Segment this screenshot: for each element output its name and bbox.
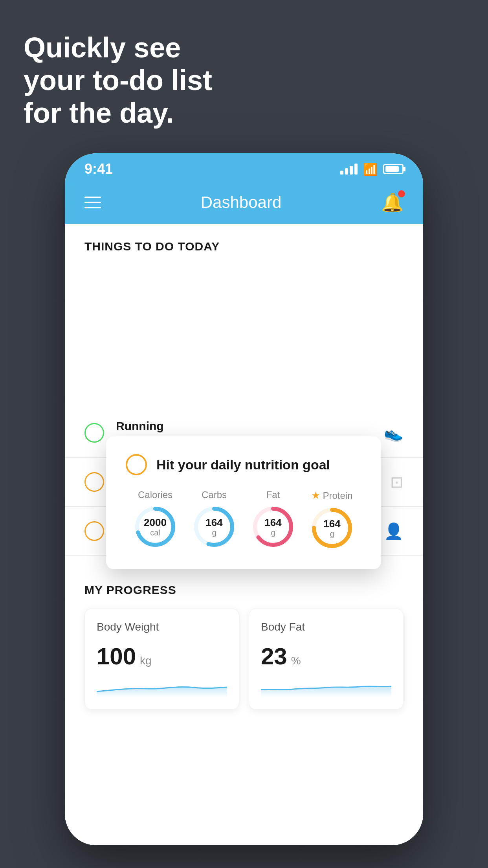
body-weight-value-row: 100 kg <box>97 643 227 670</box>
section-header: THINGS TO DO TODAY <box>65 224 423 261</box>
body-fat-value: 23 <box>261 643 287 670</box>
carbs-label: Carbs <box>202 489 227 500</box>
body-weight-value: 100 <box>97 643 136 670</box>
nutrition-card[interactable]: Hit your daily nutrition goal Calories 2… <box>106 436 381 569</box>
star-icon: ★ <box>311 489 320 502</box>
protein-label: Protein <box>323 490 352 501</box>
progress-header: MY PROGRESS <box>84 583 404 597</box>
body-weight-chart <box>97 678 227 697</box>
body-fat-card-title: Body Fat <box>261 621 391 633</box>
notification-button[interactable]: 🔔 <box>381 192 404 213</box>
wifi-icon: 📶 <box>363 162 378 176</box>
macro-protein: ★ Protein 164 g <box>310 489 354 550</box>
headline-line1: Quickly see <box>24 32 181 63</box>
calories-label: Calories <box>138 489 172 500</box>
body-fat-value-row: 23 % <box>261 643 391 670</box>
body-fat-chart <box>261 678 391 697</box>
nav-title: Dashboard <box>201 193 281 212</box>
nav-bar: Dashboard 🔔 <box>65 185 423 224</box>
fat-label: Fat <box>266 489 280 500</box>
protein-circle: 164 g <box>310 506 354 550</box>
progress-section: MY PROGRESS Body Weight 100 kg <box>65 564 423 729</box>
progress-cards: Body Weight 100 kg <box>84 609 404 710</box>
body-fat-unit: % <box>291 655 301 667</box>
photos-icon: 👤 <box>384 522 404 541</box>
macro-fat: Fat 164 g <box>251 489 295 548</box>
running-title: Running <box>116 419 372 433</box>
carbs-circle: 164 g <box>193 505 236 548</box>
body-weight-unit: kg <box>140 655 152 667</box>
battery-icon <box>383 164 404 174</box>
macro-carbs: Carbs 164 g <box>193 489 236 548</box>
headline-line2: your to-do list <box>24 64 212 96</box>
status-bar: 9:41 📶 <box>65 153 423 185</box>
running-icon: 👟 <box>384 424 404 442</box>
body-weight-card-title: Body Weight <box>97 621 227 633</box>
macro-calories: Calories 2000 cal <box>134 489 177 548</box>
body-weight-card[interactable]: Body Weight 100 kg <box>84 609 239 710</box>
body-stats-icon: ⊡ <box>390 473 404 491</box>
menu-button[interactable] <box>84 197 101 208</box>
protein-label-row: ★ Protein <box>311 489 352 502</box>
body-stats-check-circle <box>84 472 104 492</box>
macro-row: Calories 2000 cal Carbs <box>126 489 361 550</box>
fat-circle: 164 g <box>251 505 295 548</box>
body-fat-card[interactable]: Body Fat 23 % <box>249 609 404 710</box>
calories-circle: 2000 cal <box>134 505 177 548</box>
headline-line3: for the day. <box>24 97 174 129</box>
status-icons: 📶 <box>340 162 404 176</box>
photos-check-circle <box>84 521 104 541</box>
nutrition-check-circle <box>126 454 147 475</box>
card-title-row: Hit your daily nutrition goal <box>126 454 361 475</box>
running-check-circle <box>84 423 104 443</box>
nutrition-card-title: Hit your daily nutrition goal <box>156 457 330 473</box>
headline: Quickly see your to-do list for the day. <box>24 31 212 129</box>
status-time: 9:41 <box>84 161 113 177</box>
signal-icon <box>340 164 358 175</box>
phone-frame: 9:41 📶 Dashboard 🔔 TH <box>65 153 423 845</box>
notification-badge <box>398 190 405 197</box>
